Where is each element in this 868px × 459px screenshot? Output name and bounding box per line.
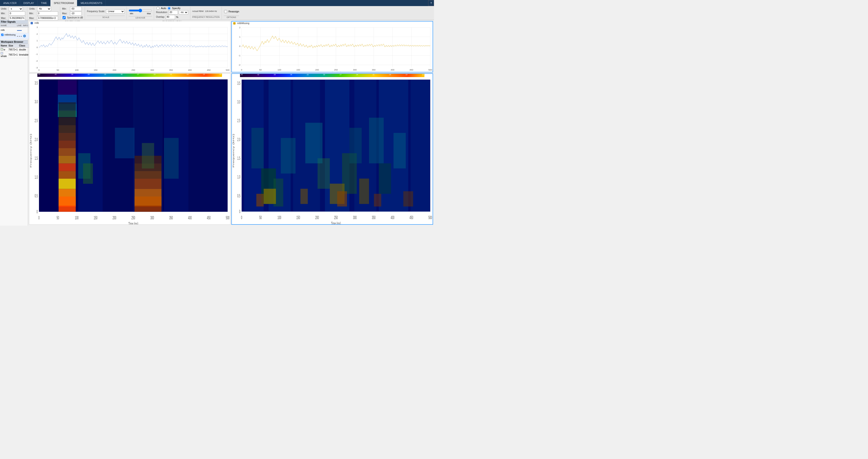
svg-text:50: 50 <box>259 69 262 71</box>
svg-rect-153 <box>256 194 264 206</box>
svg-rect-152 <box>393 133 405 168</box>
tab-measurements[interactable]: MEASUREMENTS <box>77 0 106 6</box>
ws-col-class: Class <box>18 44 29 48</box>
leakage-max-label: Max <box>147 12 151 15</box>
freq-units-select[interactable]: HzkHzMHz <box>37 7 51 11</box>
svg-rect-150 <box>349 128 362 163</box>
svg-rect-156 <box>374 194 381 206</box>
specify-radio[interactable] <box>167 7 170 10</box>
left-bottom-inner: 3.5 3.0 2.5 2.0 1.5 1.0 0.5 0 Frequency … <box>29 77 230 225</box>
actual-rbw-label: Actual RBW: <box>192 10 204 12</box>
sidebar: Filter Signals NAME LINE INFO TIME STAT … <box>0 20 28 226</box>
left-bottom-chart[interactable]: -45 -42 -39 -36 -33 -30 -27 -24 -21 -18 … <box>29 73 230 225</box>
svg-rect-89 <box>59 102 75 110</box>
svg-text:400: 400 <box>391 215 394 220</box>
svg-text:3.5: 3.5 <box>35 80 38 85</box>
svg-rect-86 <box>59 125 75 133</box>
left-bottom-svg: 3.5 3.0 2.5 2.0 1.5 1.0 0.5 0 Frequency … <box>29 77 230 225</box>
signal-info-mtlbmissing: i <box>23 33 29 39</box>
svg-text:2: 2 <box>36 33 38 35</box>
svg-rect-90 <box>59 196 75 207</box>
svg-text:-1: -1 <box>36 53 38 55</box>
resolution-input[interactable] <box>168 10 178 15</box>
power-max-input[interactable] <box>70 11 82 16</box>
specify-label: Specify <box>172 7 181 9</box>
col-name: NAME <box>0 24 16 27</box>
svg-rect-100 <box>78 79 103 212</box>
ws-size-whale: 79572×1 <box>8 52 18 58</box>
freq-resolution-group: Actual RBW: 128.6494 Hz FREQUENCY RESOLU… <box>192 7 222 19</box>
svg-rect-95 <box>134 171 161 179</box>
svg-text:200: 200 <box>113 215 116 220</box>
svg-text:-2: -2 <box>36 60 38 62</box>
svg-rect-98 <box>134 196 161 207</box>
ws-name-w: w <box>0 48 8 52</box>
signal-line-mtlbmissing <box>16 33 23 39</box>
actual-rbw-value: 128.6494 Hz <box>205 10 217 12</box>
svg-text:50: 50 <box>259 215 262 220</box>
ws-col-name: Name <box>0 44 8 48</box>
svg-text:400: 400 <box>188 215 192 220</box>
svg-text:1: 1 <box>239 35 240 38</box>
svg-rect-144 <box>264 189 276 204</box>
spectrum-db-label: Spectrum in dB <box>67 16 83 19</box>
tab-display[interactable]: DISPLAY <box>20 0 38 6</box>
svg-rect-155 <box>337 191 347 206</box>
time-min-input[interactable] <box>9 11 25 16</box>
svg-text:200: 200 <box>113 69 116 71</box>
signal-info-mtlb <box>23 27 29 33</box>
main-area: Filter Signals NAME LINE INFO TIME STAT … <box>0 20 434 226</box>
filter-signals-header: Filter Signals <box>0 20 28 24</box>
right-bottom-chart[interactable]: -45 -42 -39 -36 -33 -30 -27 -24 -21 -18 … <box>231 73 433 225</box>
auto-radio[interactable] <box>156 7 159 10</box>
freq-min-input[interactable] <box>37 11 58 16</box>
options-group: Reassign OPTIONS <box>224 7 241 19</box>
spectrum-db-checkbox[interactable] <box>63 16 66 19</box>
right-top-svg: 2 1 0 -1 -2 0 50 100 150 200 250 300 350 <box>232 25 433 72</box>
svg-rect-106 <box>164 138 179 179</box>
time-units-select[interactable]: smssamples <box>9 7 23 11</box>
svg-text:500: 500 <box>428 215 432 220</box>
controls-row: Units: smssamples Min: Max: TIME LIMITS … <box>0 6 434 20</box>
help-button[interactable]: ? <box>428 0 434 6</box>
signal-name-mtlb: mtlb <box>0 27 16 33</box>
resolution-unit-select[interactable]: msssamples <box>179 10 188 15</box>
signal-name-mtlbmissing: mtlbMissing <box>0 33 16 37</box>
svg-rect-94 <box>134 179 161 189</box>
svg-text:450: 450 <box>409 215 413 220</box>
svg-text:350: 350 <box>372 69 375 71</box>
freq-max-label: Max: <box>29 17 36 19</box>
svg-text:2.5: 2.5 <box>237 118 240 123</box>
freq-scale-select[interactable]: LinearLog <box>106 9 125 13</box>
svg-text:300: 300 <box>150 69 154 71</box>
tab-analyzer[interactable]: ANALYZER <box>0 0 20 6</box>
svg-text:500: 500 <box>428 69 432 71</box>
svg-rect-108 <box>142 143 154 168</box>
toolbar: ANALYZER DISPLAY TIME SPECTROGRAM MEASUR… <box>0 0 434 6</box>
svg-rect-85 <box>59 133 75 141</box>
svg-text:500: 500 <box>226 69 229 71</box>
svg-text:Time (ms): Time (ms) <box>331 71 341 72</box>
time-max-input[interactable] <box>9 16 25 20</box>
svg-text:250: 250 <box>334 215 338 220</box>
freq-max-input[interactable] <box>37 16 58 20</box>
svg-rect-138 <box>411 80 430 212</box>
svg-text:50: 50 <box>57 69 59 71</box>
overlap-input[interactable] <box>166 15 175 19</box>
svg-text:1.5: 1.5 <box>35 155 38 161</box>
left-top-chart[interactable]: mtlb <box>29 21 230 73</box>
tab-spectrogram[interactable]: SPECTROGRAM <box>51 0 77 6</box>
svg-text:0: 0 <box>38 215 39 220</box>
svg-rect-147 <box>251 128 264 168</box>
reassign-checkbox[interactable] <box>224 10 227 13</box>
freq-scale-label: Frequency Scale: <box>87 10 105 12</box>
time-limits-group: Units: smssamples Min: Max: TIME LIMITS <box>1 7 27 19</box>
leakage-slider[interactable] <box>129 9 152 12</box>
svg-text:1: 1 <box>36 39 38 42</box>
svg-text:450: 450 <box>207 215 211 220</box>
tab-time[interactable]: TIME <box>38 0 51 6</box>
svg-rect-84 <box>59 140 75 148</box>
right-top-chart[interactable]: mtlbMissing <box>231 21 433 73</box>
power-min-input[interactable] <box>70 7 82 11</box>
signal-checkbox-mtlbmissing[interactable] <box>1 34 3 36</box>
